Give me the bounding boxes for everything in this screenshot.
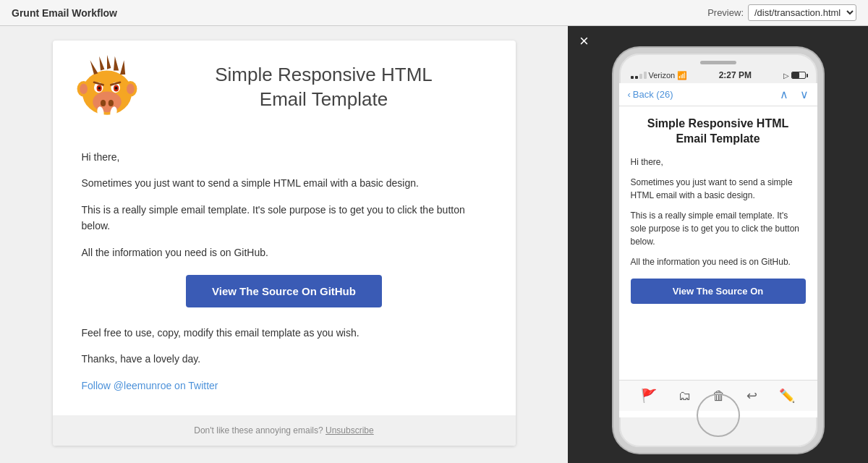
svg-marker-2 (99, 56, 104, 71)
svg-point-17 (98, 87, 101, 90)
phone-speaker (700, 61, 736, 64)
email-body: Hi there, Sometimes you just want to sen… (53, 135, 516, 415)
chevron-left-icon: ‹ (628, 89, 631, 100)
svg-marker-5 (120, 60, 125, 75)
phone-email-title: Simple Responsive HTML Email Template (631, 116, 806, 147)
footer-text: Don't like these annoying emails? (194, 425, 323, 436)
email-greeting: Hi there, (82, 149, 487, 165)
svg-point-18 (114, 87, 117, 90)
twitter-link[interactable]: Follow @leemunroe on Twitter (82, 380, 218, 391)
right-panel: × Verizon 📶 2:27 PM (568, 26, 868, 463)
svg-point-11 (101, 100, 106, 106)
nav-up-arrow[interactable]: ∧ (780, 88, 788, 101)
folder-icon[interactable]: 🗂 (678, 388, 692, 404)
svg-point-9 (127, 84, 135, 94)
battery-icon (791, 72, 806, 79)
signal-icon (631, 72, 647, 79)
flag-icon[interactable]: 🚩 (641, 388, 657, 404)
phone-battery: ▷ (783, 72, 806, 80)
phone-mockup: Verizon 📶 2:27 PM ▷ ‹ Back (26) (613, 48, 823, 453)
phone-email-content: Simple Responsive HTML Email Template Hi… (619, 106, 817, 417)
compose-icon[interactable]: ✏️ (779, 388, 795, 404)
email-para3: All the information you need is on GitHu… (82, 245, 487, 260)
email-para2: This is a really simple email template. … (82, 202, 487, 234)
grunt-logo-icon (75, 55, 140, 120)
preview-control: Preview: /dist/transaction.html /dist/in… (707, 4, 856, 21)
phone-email-bar: ‹ Back (26) ∧ ∨ (619, 83, 817, 106)
phone-greeting: Hi there, (631, 156, 806, 169)
email-para5: Thanks, have a lovely day. (82, 351, 487, 367)
phone-para2: This is a really simple email template. … (631, 209, 806, 248)
phone-nav-arrows: ∧ ∨ (780, 88, 809, 101)
email-title: Simple Responsive HTML Email Template (154, 63, 494, 112)
phone-para3: All the information you need is on GitHu… (631, 255, 806, 268)
phone-carrier: Verizon 📶 (631, 71, 688, 80)
phone-back-button[interactable]: ‹ Back (26) (628, 89, 673, 100)
reply-icon[interactable]: ↩ (746, 388, 757, 404)
svg-point-7 (80, 84, 88, 94)
carrier-name: Verizon (649, 71, 676, 80)
topbar: Grunt Email Workflow Preview: /dist/tran… (0, 0, 868, 26)
preview-label: Preview: (707, 7, 744, 18)
back-label: Back (26) (633, 89, 673, 100)
svg-marker-4 (114, 56, 119, 71)
phone-github-button[interactable]: View The Source On (631, 279, 806, 304)
unsubscribe-link[interactable]: Unsubscribe (326, 425, 374, 436)
svg-point-12 (108, 100, 113, 106)
main-layout: Simple Responsive HTML Email Template Hi… (0, 26, 868, 463)
app-title: Grunt Email Workflow (12, 7, 117, 19)
email-card: Simple Responsive HTML Email Template Hi… (53, 41, 516, 446)
svg-marker-1 (90, 60, 98, 75)
email-header: Simple Responsive HTML Email Template (53, 41, 516, 135)
phone-status-bar: Verizon 📶 2:27 PM ▷ (619, 69, 817, 83)
email-para4: Feel free to use, copy, modify this emai… (82, 325, 487, 341)
email-para1: Sometimes you just want to send a simple… (82, 175, 487, 191)
phone-para1: Sometimes you just want to send a simple… (631, 176, 806, 202)
nav-down-arrow[interactable]: ∨ (800, 88, 809, 101)
preview-select[interactable]: /dist/transaction.html /dist/index.html (748, 4, 856, 21)
left-panel: Simple Responsive HTML Email Template Hi… (0, 26, 568, 463)
email-title-block: Simple Responsive HTML Email Template (154, 63, 494, 112)
svg-marker-3 (107, 55, 111, 69)
email-cta-wrap: View The Source On GitHub (82, 275, 487, 307)
wifi-icon: 📶 (677, 71, 687, 80)
phone-home-button[interactable] (697, 394, 740, 437)
svg-point-10 (93, 91, 122, 112)
email-footer: Don't like these annoying emails? Unsubs… (53, 415, 516, 446)
location-icon: ▷ (783, 72, 789, 80)
close-button[interactable]: × (579, 33, 589, 49)
github-button[interactable]: View The Source On GitHub (186, 275, 382, 307)
phone-time: 2:27 PM (719, 70, 752, 80)
